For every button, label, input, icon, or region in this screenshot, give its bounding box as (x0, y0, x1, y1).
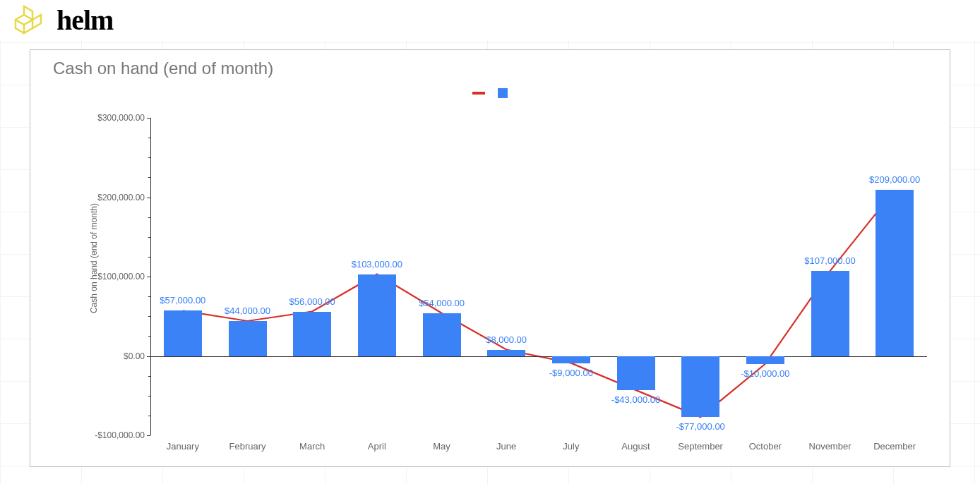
bar-value-label: -$77,000.00 (676, 421, 724, 432)
y-tick-mark (147, 435, 150, 436)
y-minor-tick (148, 396, 150, 397)
y-minor-tick (148, 376, 150, 377)
y-tick-label: $0.00 (124, 351, 145, 361)
bar-value-label: $103,000.00 (352, 259, 402, 270)
bar-value-label: -$9,000.00 (549, 368, 593, 378)
y-minor-tick (148, 177, 150, 178)
x-tick-label: February (229, 441, 265, 452)
y-tick-mark (147, 277, 150, 277)
helm-logo-icon (11, 4, 48, 35)
y-axis-line (150, 118, 151, 435)
y-minor-tick (148, 336, 150, 337)
x-tick-label: March (299, 441, 325, 452)
x-tick-label: January (167, 441, 199, 452)
plot-area: -$100,000.00$0.00$100,000.00$200,000.00$… (150, 118, 927, 435)
x-tick-label: July (563, 441, 579, 452)
x-tick-label: September (678, 441, 723, 452)
y-minor-tick (148, 296, 150, 297)
bar-value-label: $209,000.00 (869, 174, 920, 185)
x-tick-label: October (749, 441, 782, 452)
y-minor-tick (148, 157, 150, 158)
bar-value-label: $44,000.00 (225, 305, 270, 316)
bar-value-label: $8,000.00 (486, 334, 527, 345)
chart-card: Cash on hand (end of month) Cash on hand… (30, 49, 950, 467)
y-tick-label: $100,000.00 (97, 272, 145, 282)
x-tick-label: August (621, 441, 650, 452)
y-tick-mark (147, 356, 150, 357)
y-minor-tick (148, 316, 150, 317)
zero-line (150, 356, 927, 357)
brand-name: helm (56, 4, 113, 37)
bar (811, 271, 849, 356)
y-tick-mark (147, 198, 150, 198)
bar (746, 356, 784, 364)
x-tick-label: May (433, 441, 450, 452)
x-tick-label: November (809, 441, 851, 452)
bar-value-label: -$43,000.00 (611, 394, 660, 405)
bar (552, 356, 590, 363)
topbar: helm (0, 0, 980, 40)
bar (876, 190, 914, 356)
bar (164, 310, 202, 356)
bar-value-label: $57,000.00 (160, 295, 205, 305)
chart-legend (472, 88, 508, 98)
x-tick-label: June (496, 441, 516, 452)
bar-value-label: -$10,000.00 (741, 368, 789, 379)
x-tick-label: December (873, 441, 916, 452)
bar (423, 313, 461, 356)
legend-bar-marker (498, 88, 508, 98)
bar (293, 312, 331, 356)
bar-value-label: $107,000.00 (804, 255, 855, 266)
bar (358, 274, 396, 356)
bar (229, 321, 267, 356)
bar (617, 356, 655, 390)
bar (681, 356, 719, 418)
y-axis-label: Cash on hand (end of month) (89, 203, 99, 313)
y-minor-tick (148, 217, 150, 218)
bar-value-label: $56,000.00 (289, 296, 335, 307)
y-tick-label: $300,000.00 (97, 113, 145, 123)
y-tick-label: -$100,000.00 (95, 430, 145, 440)
chart-title: Cash on hand (end of month) (53, 59, 273, 78)
legend-line-marker (472, 92, 485, 95)
y-tick-label: $200,000.00 (97, 193, 145, 202)
y-minor-tick (148, 416, 150, 416)
y-minor-tick (148, 138, 150, 138)
y-minor-tick (148, 257, 150, 258)
bar-value-label: $54,000.00 (419, 298, 465, 308)
y-minor-tick (148, 237, 150, 238)
bar (487, 350, 525, 356)
x-tick-label: April (368, 441, 386, 452)
y-tick-mark (147, 118, 150, 119)
